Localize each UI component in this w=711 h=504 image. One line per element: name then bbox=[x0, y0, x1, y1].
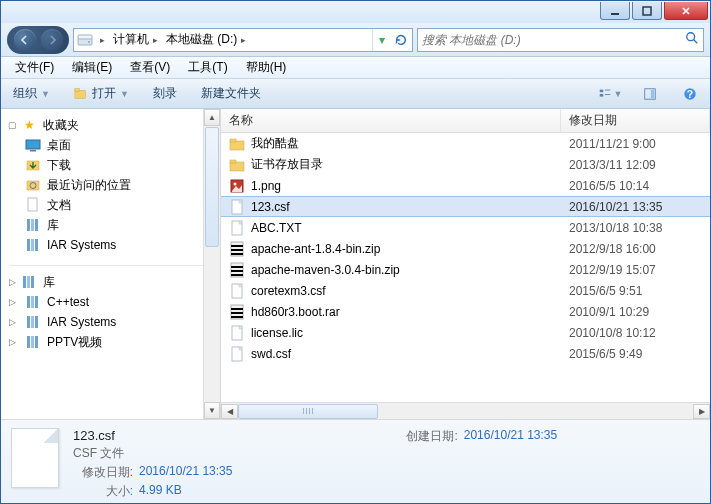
svg-rect-29 bbox=[27, 276, 30, 288]
maximize-button[interactable] bbox=[632, 2, 662, 20]
file-row[interactable]: apache-maven-3.0.4-bin.zip2012/9/19 15:0… bbox=[221, 259, 710, 280]
favorites-documents[interactable]: 文档 bbox=[1, 195, 220, 215]
lib-iar[interactable]: ▷IAR Systems bbox=[1, 312, 220, 332]
file-name: swd.csf bbox=[251, 347, 291, 361]
lib-pptv[interactable]: ▷PPTV视频 bbox=[1, 332, 220, 352]
favorites-recent[interactable]: 最近访问的位置 bbox=[1, 175, 220, 195]
png-icon bbox=[229, 178, 245, 194]
burn-button[interactable]: 刻录 bbox=[147, 82, 183, 105]
label: 下载 bbox=[47, 157, 71, 174]
view-options-button[interactable]: ▼ bbox=[596, 83, 624, 105]
back-button[interactable] bbox=[14, 29, 36, 51]
forward-button[interactable] bbox=[41, 29, 63, 51]
file-row[interactable]: 我的酷盘2011/11/21 9:00 bbox=[221, 133, 710, 154]
menu-tools[interactable]: 工具(T) bbox=[180, 57, 235, 78]
column-date[interactable]: 修改日期 bbox=[561, 109, 710, 132]
library-icon bbox=[25, 334, 41, 350]
svg-rect-58 bbox=[231, 308, 243, 310]
favorites-desktop[interactable]: 桌面 bbox=[1, 135, 220, 155]
favorites-iar[interactable]: IAR Systems bbox=[1, 235, 220, 255]
minimize-button[interactable] bbox=[600, 2, 630, 20]
file-row[interactable]: ABC.TXT2013/10/18 10:38 bbox=[221, 217, 710, 238]
favorites-header[interactable]: ▢ ★ 收藏夹 bbox=[1, 115, 220, 135]
file-row[interactable]: 123.csf2016/10/21 13:35 bbox=[221, 196, 710, 217]
file-list[interactable]: 我的酷盘2011/11/21 9:00证书存放目录2013/3/11 12:09… bbox=[221, 133, 710, 419]
details-size: 4.99 KB bbox=[139, 483, 182, 500]
libraries-header[interactable]: ▷ 库 bbox=[1, 272, 220, 292]
svg-rect-51 bbox=[231, 253, 243, 255]
library-icon bbox=[25, 294, 41, 310]
label: PPTV视频 bbox=[47, 334, 102, 351]
body: ▢ ★ 收藏夹 桌面 下载 最近访问的位置 文档 库 IAR Systems ▷… bbox=[1, 109, 710, 419]
scroll-right-button[interactable]: ▶ bbox=[693, 404, 710, 419]
new-folder-button[interactable]: 新建文件夹 bbox=[195, 82, 267, 105]
scroll-up-button[interactable]: ▲ bbox=[204, 109, 220, 126]
refresh-button[interactable] bbox=[390, 29, 412, 51]
file-row[interactable]: hd860r3.boot.rar2010/9/1 10:29 bbox=[221, 301, 710, 322]
organize-button[interactable]: 组织 ▼ bbox=[7, 82, 56, 105]
file-date: 2012/9/19 15:07 bbox=[561, 263, 710, 277]
file-row[interactable]: swd.csf2015/6/5 9:49 bbox=[221, 343, 710, 364]
label: 最近访问的位置 bbox=[47, 177, 131, 194]
help-button[interactable]: ? bbox=[676, 83, 704, 105]
explorer-window: ▸ 计算机▸ 本地磁盘 (D:)▸ ▾ 文件(F) 编辑(E) 查看(V) 工具… bbox=[0, 0, 711, 504]
chevron-right-icon: ▸ bbox=[100, 35, 105, 45]
breadcrumb-drive[interactable]: 本地磁盘 (D:)▸ bbox=[162, 29, 250, 51]
file-row[interactable]: apache-ant-1.8.4-bin.zip2012/9/18 16:00 bbox=[221, 238, 710, 259]
file-name: ABC.TXT bbox=[251, 221, 302, 235]
breadcrumb-root[interactable]: ▸ bbox=[96, 29, 109, 51]
details-size-label: 大小: bbox=[73, 483, 133, 500]
address-bar[interactable]: ▸ 计算机▸ 本地磁盘 (D:)▸ ▾ bbox=[73, 28, 413, 52]
scroll-thumb[interactable] bbox=[205, 127, 219, 247]
file-row[interactable]: coretexm3.csf2015/6/5 9:51 bbox=[221, 280, 710, 301]
scroll-left-button[interactable]: ◀ bbox=[221, 404, 238, 419]
expand-icon[interactable]: ▷ bbox=[7, 277, 18, 288]
svg-rect-35 bbox=[31, 316, 34, 328]
file-name: 1.png bbox=[251, 179, 281, 193]
svg-rect-32 bbox=[31, 296, 34, 308]
svg-rect-6 bbox=[75, 90, 86, 98]
file-icon bbox=[229, 283, 245, 299]
horizontal-scrollbar[interactable]: ◀ ▶ bbox=[221, 402, 710, 419]
file-date: 2013/10/18 10:38 bbox=[561, 221, 710, 235]
expand-icon[interactable]: ▷ bbox=[7, 337, 18, 348]
preview-pane-button[interactable] bbox=[636, 83, 664, 105]
search-box[interactable] bbox=[417, 28, 704, 52]
scroll-track[interactable] bbox=[238, 404, 693, 419]
label: C++test bbox=[47, 295, 89, 309]
details-filename: 123.csf bbox=[73, 428, 232, 443]
file-row[interactable]: 1.png2016/5/5 10:14 bbox=[221, 175, 710, 196]
menu-help[interactable]: 帮助(H) bbox=[238, 57, 295, 78]
scroll-thumb[interactable] bbox=[238, 404, 378, 419]
scroll-down-button[interactable]: ▼ bbox=[204, 402, 220, 419]
file-row[interactable]: 证书存放目录2013/3/11 12:09 bbox=[221, 154, 710, 175]
svg-point-45 bbox=[234, 182, 237, 185]
details-mdate: 2016/10/21 13:35 bbox=[139, 464, 232, 481]
folder-icon bbox=[229, 136, 245, 152]
expand-icon[interactable]: ▷ bbox=[7, 297, 18, 308]
column-name[interactable]: 名称 bbox=[221, 109, 561, 132]
collapse-icon[interactable]: ▢ bbox=[7, 120, 18, 131]
favorites-library[interactable]: 库 bbox=[1, 215, 220, 235]
search-icon[interactable] bbox=[685, 31, 699, 48]
menu-file[interactable]: 文件(F) bbox=[7, 57, 62, 78]
menu-edit[interactable]: 编辑(E) bbox=[64, 57, 120, 78]
navpane-scrollbar[interactable]: ▲ ▼ bbox=[203, 109, 220, 419]
recent-icon bbox=[25, 177, 41, 193]
favorites-downloads[interactable]: 下载 bbox=[1, 155, 220, 175]
svg-rect-11 bbox=[605, 94, 610, 95]
libraries-group: ▷ 库 ▷C++test ▷IAR Systems ▷PPTV视频 bbox=[1, 266, 220, 362]
close-button[interactable] bbox=[664, 2, 708, 20]
file-row[interactable]: license.lic2010/10/8 10:12 bbox=[221, 322, 710, 343]
menu-view[interactable]: 查看(V) bbox=[122, 57, 178, 78]
favorites-group: ▢ ★ 收藏夹 桌面 下载 最近访问的位置 文档 库 IAR Systems bbox=[1, 109, 220, 265]
star-icon: ★ bbox=[21, 117, 37, 133]
search-input[interactable] bbox=[422, 33, 685, 47]
svg-rect-42 bbox=[230, 162, 244, 171]
breadcrumb-computer[interactable]: 计算机▸ bbox=[109, 29, 162, 51]
column-headers: 名称 修改日期 bbox=[221, 109, 710, 133]
open-button[interactable]: 打开 ▼ bbox=[68, 82, 135, 105]
lib-cpptest[interactable]: ▷C++test bbox=[1, 292, 220, 312]
address-dropdown[interactable]: ▾ bbox=[372, 29, 390, 51]
expand-icon[interactable]: ▷ bbox=[7, 317, 18, 328]
